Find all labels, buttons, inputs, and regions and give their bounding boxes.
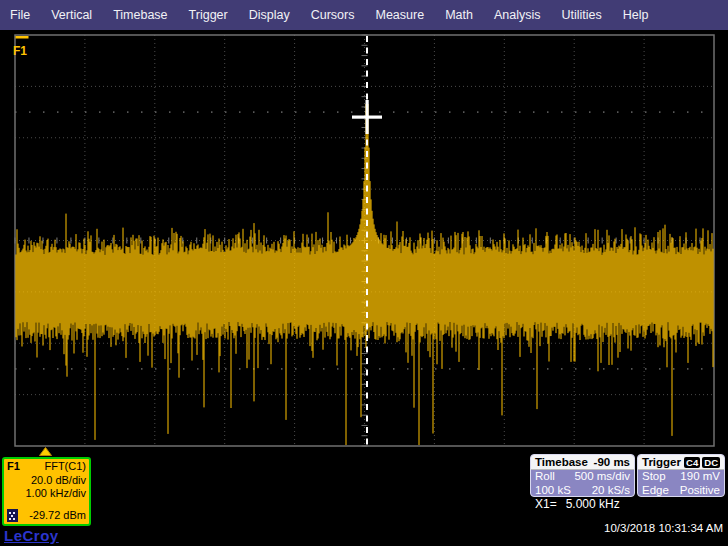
oscilloscope-screen: File Vertical Timebase Trigger Display C… xyxy=(0,0,728,546)
x1-value: 5.000 kHz xyxy=(566,497,620,511)
trigger-type: Edge xyxy=(642,484,669,498)
timebase-box[interactable]: Timebase -90 ms Roll 500 ms/div 100 kS 2… xyxy=(530,454,635,497)
datetime-display: 10/3/2018 10:31:34 AM xyxy=(604,522,723,534)
trigger-level: 190 mV xyxy=(680,470,720,484)
trigger-source-badge: C4 xyxy=(684,457,700,468)
cursor-cross-marker xyxy=(352,100,382,134)
f1-cursor-amplitude: -29.72 dBm xyxy=(29,509,86,523)
f1-vertical-scale: 20.0 dB/div xyxy=(7,474,86,488)
trigger-position-marker[interactable] xyxy=(40,448,52,456)
trigger-coupling-badge: DC xyxy=(702,457,720,468)
timebase-scale: 500 ms/div xyxy=(574,470,630,484)
timebase-title: Timebase xyxy=(535,456,588,468)
fft-trace xyxy=(16,104,713,445)
timebase-mode: Roll xyxy=(535,470,555,484)
timebase-rate: 20 kS/s xyxy=(592,484,630,498)
grid-trace-label: F1 xyxy=(13,44,27,58)
f1-source: FFT(C1) xyxy=(44,460,86,474)
timebase-samples: 100 kS xyxy=(535,484,571,498)
lecroy-logo: LeCroy xyxy=(4,527,59,544)
trigger-slope: Positive xyxy=(680,484,720,498)
timebase-delay: -90 ms xyxy=(594,456,630,468)
trigger-box[interactable]: Trigger C4 DC Stop 190 mV Edge Positive xyxy=(637,454,725,497)
x1-cursor-readout: X1= 5.000 kHz xyxy=(535,497,620,511)
trigger-mode: Stop xyxy=(642,470,666,484)
f1-id: F1 xyxy=(7,460,20,474)
f1-descriptor-box[interactable]: F1 FFT(C1) 20.0 dB/div 1.00 kHz/div -29.… xyxy=(2,457,91,526)
sample-dots-icon xyxy=(7,509,18,522)
x1-label: X1= xyxy=(535,497,557,511)
trigger-title: Trigger xyxy=(642,456,681,468)
f1-horizontal-scale: 1.00 kHz/div xyxy=(7,487,86,501)
